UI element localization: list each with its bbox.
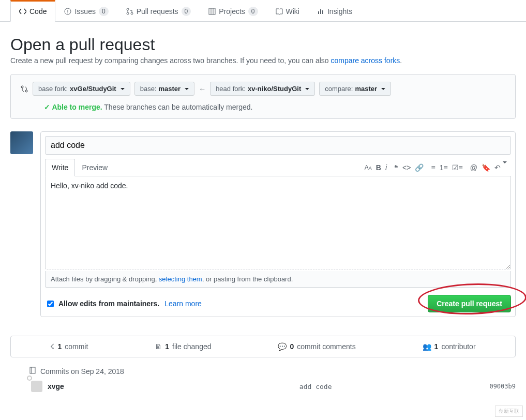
tab-wiki[interactable]: Wiki (267, 0, 308, 22)
tab-issues-label: Issues (74, 7, 95, 16)
diff-summary-bar: ☇ 1 commit 🗎 1 file changed 💬 0 commit c… (10, 336, 516, 357)
summary-commits[interactable]: ☇ 1 commit (50, 342, 88, 351)
tab-code-label: Code (29, 7, 47, 16)
svg-point-3 (127, 8, 129, 10)
svg-point-4 (127, 12, 129, 14)
project-icon (208, 8, 216, 15)
caret-down-icon (381, 88, 385, 90)
summary-files[interactable]: 🗎 1 file changed (155, 342, 211, 351)
summary-contributors[interactable]: 👥 1 contributor (423, 342, 476, 351)
timeline-dot (27, 376, 32, 381)
pr-icon (126, 8, 133, 15)
commit-author[interactable]: xvge (48, 382, 64, 391)
commit-sha[interactable]: 09003b9 (489, 383, 516, 390)
tab-prs[interactable]: Pull requests 0 (117, 0, 200, 22)
tab-prs-label: Pull requests (137, 7, 178, 16)
merge-status: ✓ Able to merge. These branches can be a… (20, 103, 506, 111)
italic-icon[interactable]: i (385, 163, 387, 172)
code-icon (19, 8, 26, 15)
selecting-them-link[interactable]: selecting them (159, 275, 202, 283)
preview-tab[interactable]: Preview (75, 159, 114, 176)
arrow-left-icon: ← (199, 85, 206, 93)
allow-edits-label[interactable]: Allow edits from maintainers. Learn more (45, 299, 202, 309)
comment-box: Write Preview AA B i ❝ <> 🔗 ≡ (40, 131, 516, 317)
git-compare-icon (20, 85, 28, 93)
comment-icon: 💬 (278, 342, 287, 351)
commit-message[interactable]: add code (222, 383, 332, 391)
bookmark-icon[interactable]: 🔖 (482, 163, 490, 172)
graph-icon (317, 8, 324, 15)
tab-insights-label: Insights (327, 7, 352, 16)
file-icon: 🗎 (155, 342, 162, 351)
compare-branch-select[interactable]: compare: master (319, 82, 391, 96)
pr-form: Write Preview AA B i ❝ <> 🔗 ≡ (10, 131, 516, 317)
create-pr-button[interactable]: Create pull request (428, 295, 511, 312)
projects-counter: 0 (248, 7, 258, 16)
ul-icon[interactable]: ≡ (431, 163, 435, 172)
user-avatar[interactable] (10, 131, 33, 154)
commit-author-avatar[interactable] (31, 381, 42, 392)
svg-point-2 (68, 12, 69, 13)
svg-rect-6 (209, 8, 215, 14)
tab-insights[interactable]: Insights (308, 0, 361, 22)
ol-icon[interactable]: 1≡ (440, 163, 448, 172)
svg-rect-14 (30, 367, 35, 373)
tasklist-icon[interactable]: ☑≡ (452, 163, 463, 172)
pr-body-textarea[interactable] (45, 176, 511, 269)
check-icon: ✓ (44, 103, 50, 111)
commits-date-heading: Commits on Sep 24, 2018 (10, 367, 516, 376)
tab-projects-label: Projects (219, 7, 245, 16)
pr-title-input[interactable] (45, 136, 511, 155)
write-tab[interactable]: Write (45, 159, 75, 176)
prs-counter: 0 (182, 7, 191, 16)
head-fork-select[interactable]: head fork: xv-niko/StudyGit (210, 82, 315, 96)
allow-edits-checkbox[interactable] (47, 301, 54, 307)
learn-more-link[interactable]: Learn more (164, 299, 202, 308)
repo-tabnav: Code Issues 0 Pull requests 0 Projects 0… (0, 0, 526, 22)
md-toolbar: AA B i ❝ <> 🔗 ≡ 1≡ ☑≡ @ (365, 163, 511, 172)
tab-wiki-label: Wiki (286, 7, 299, 16)
caret-down-icon (185, 88, 189, 90)
mention-icon[interactable]: @ (470, 163, 477, 172)
link-icon[interactable]: 🔗 (415, 163, 424, 172)
bold-icon[interactable]: B (376, 163, 381, 172)
text-size-icon[interactable]: AA (365, 164, 372, 171)
page-title: Open a pull request (10, 35, 516, 54)
caret-down-icon (305, 88, 309, 90)
summary-comments[interactable]: 💬 0 commit comments (278, 342, 355, 351)
book-icon (276, 8, 283, 15)
commit-row[interactable]: xvge add code 09003b9 (10, 376, 516, 397)
compare-box: base fork: xvGe/StudyGit base: master ← … (10, 74, 516, 119)
commit-icon: ☇ (50, 342, 54, 351)
base-branch-select[interactable]: base: master (134, 82, 194, 96)
repo-icon (29, 367, 36, 376)
reply-icon[interactable]: ↶ (494, 163, 507, 172)
quote-icon[interactable]: ❝ (394, 163, 398, 172)
tab-issues[interactable]: Issues 0 (55, 0, 117, 22)
svg-point-12 (21, 86, 23, 88)
watermark: 创新互联 (495, 406, 523, 408)
tab-code[interactable]: Code (10, 0, 55, 22)
codeblock-icon[interactable]: <> (402, 163, 411, 172)
svg-point-13 (25, 90, 27, 92)
base-fork-select[interactable]: base fork: xvGe/StudyGit (33, 82, 130, 96)
file-hint: Attach files by dragging & dropping, sel… (45, 271, 511, 288)
issue-icon (64, 8, 71, 15)
compare-forks-link[interactable]: compare across forks (330, 56, 400, 65)
caret-down-icon (121, 88, 125, 90)
tab-projects[interactable]: Projects 0 (200, 0, 266, 22)
page-subtitle: Create a new pull request by comparing c… (10, 56, 516, 65)
people-icon: 👥 (423, 342, 431, 351)
svg-point-5 (131, 12, 133, 14)
issues-counter: 0 (99, 7, 109, 16)
